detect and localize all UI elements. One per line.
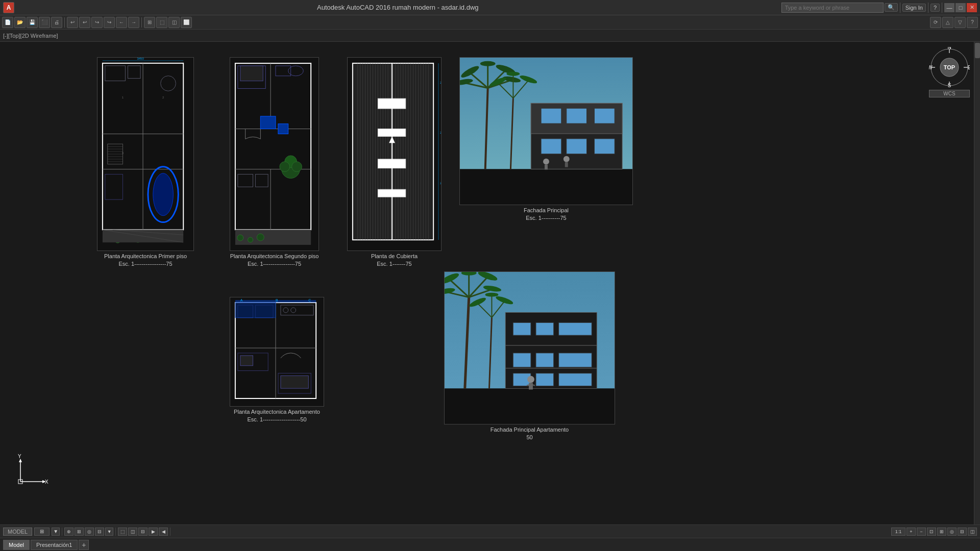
view-btn1[interactable]: ⬚ <box>118 528 127 536</box>
polar-btn[interactable]: ◎ <box>85 528 94 536</box>
svg-rect-107 <box>541 139 561 154</box>
tool-redo2[interactable]: ↪ <box>104 17 115 28</box>
close-btn[interactable]: ✕ <box>967 3 977 12</box>
osnap-btn[interactable]: ⊟ <box>95 528 104 536</box>
ortho-btn[interactable]: ⊞ <box>75 528 84 536</box>
drawing-planta4: A B C Planta Arquitectonica Apartamento … <box>230 297 324 424</box>
maximize-btn[interactable]: □ <box>955 3 966 12</box>
view-btn2[interactable]: ◫ <box>128 528 137 536</box>
tool-undo2[interactable]: ↩ <box>79 17 90 28</box>
view-btn5[interactable]: ◀ <box>159 528 168 536</box>
search-btn[interactable]: 🔍 <box>885 3 898 12</box>
add-tab-btn[interactable]: + <box>79 540 89 550</box>
drawing-planta1: 3450 1 2 3 Planta <box>97 57 194 268</box>
tool-print[interactable]: 🖨 <box>51 17 62 28</box>
caption-planta1: Planta Arquitectonica Primer piso Esc. 1… <box>97 253 194 268</box>
svg-rect-155 <box>536 373 554 386</box>
tool-help2[interactable]: ? <box>967 17 978 28</box>
caption-planta2: Planta Arquitectonica Segundo piso Esc. … <box>230 253 319 268</box>
tool-right3[interactable]: ▽ <box>954 17 966 28</box>
svg-planta2 <box>230 57 318 251</box>
zoom-btn1[interactable]: + <box>906 528 916 536</box>
tool-misc4[interactable]: ⬜ <box>181 17 192 28</box>
svg-point-118 <box>480 61 496 66</box>
tool-right2[interactable]: △ <box>942 17 953 28</box>
drawing-planta3: 245 245 245 Planta de Cubierta Esc. 1---… <box>347 57 442 268</box>
app-icon[interactable]: A <box>3 2 14 13</box>
svg-rect-162 <box>559 322 592 335</box>
tool-misc1[interactable]: ⊞ <box>144 17 155 28</box>
help-btn[interactable]: ? <box>930 4 940 12</box>
nav-btn1[interactable]: ⊞ <box>937 528 946 536</box>
svg-text:1: 1 <box>122 96 124 99</box>
tool-new[interactable]: 📄 <box>2 17 13 28</box>
svg-text:S: S <box>948 83 951 88</box>
view-tabs: [-][Top][2D Wireframe] <box>0 30 980 42</box>
zoom-label[interactable]: 1:1 <box>891 528 905 536</box>
drawing-img-planta4: A B C <box>230 297 324 407</box>
tool-save2[interactable]: ⬛ <box>39 17 50 28</box>
svg-point-183 <box>527 376 534 383</box>
nav-btn3[interactable]: ⊟ <box>958 528 967 536</box>
svg-text:245: 245 <box>440 131 441 134</box>
scrollbar-thumb[interactable] <box>975 43 980 58</box>
caption-planta4: Planta Arquitectonica Apartamento Esc. 1… <box>230 408 324 424</box>
svg-text:Y: Y <box>18 454 21 459</box>
svg-rect-51 <box>278 124 288 134</box>
drawing-planta2: Planta Arquitectonica Segundo piso Esc. … <box>230 57 319 268</box>
tool-back[interactable]: ← <box>116 17 127 28</box>
svg-text:X: X <box>45 479 48 485</box>
tool-misc3[interactable]: ◫ <box>168 17 180 28</box>
model-status[interactable]: MODEL <box>3 528 32 536</box>
svg-text:245: 245 <box>440 182 441 185</box>
svg-text:N: N <box>947 47 951 50</box>
tool-redo[interactable]: ↪ <box>91 17 103 28</box>
tool-save[interactable]: 💾 <box>27 17 38 28</box>
svg-point-57 <box>257 234 264 241</box>
zoom-btn2[interactable]: − <box>917 528 926 536</box>
svg-text:TOP: TOP <box>944 64 955 70</box>
search-input[interactable] <box>781 3 884 13</box>
sep <box>62 528 62 536</box>
canvas-area[interactable]: 3450 1 2 3 Planta <box>0 42 980 524</box>
grid-icon[interactable]: ⊞ <box>34 528 50 536</box>
svg-point-127 <box>506 72 520 76</box>
svg-rect-144 <box>240 356 253 366</box>
tool-right1[interactable]: ⟳ <box>930 17 941 28</box>
dropdown2[interactable]: ▼ <box>105 528 113 536</box>
viewport-label: [-][Top][2D Wireframe] <box>3 33 58 39</box>
svg-rect-139 <box>235 303 276 318</box>
svg-rect-41 <box>240 66 263 81</box>
view-btn4[interactable]: ▶ <box>149 528 158 536</box>
svg-text:E: E <box>968 65 970 70</box>
svg-fachada1 <box>460 57 632 205</box>
svg-text:2: 2 <box>162 96 164 99</box>
svg-rect-106 <box>594 108 615 123</box>
tool-misc2[interactable]: ⬚ <box>156 17 167 28</box>
drawing-img-fachada1 <box>459 57 633 205</box>
svg-rect-105 <box>567 108 587 123</box>
dropdown-arrow[interactable]: ▼ <box>52 528 60 536</box>
svg-rect-109 <box>594 139 615 154</box>
svg-planta4: A B C <box>230 297 324 407</box>
drawing-fachada1: Fachada Principal Esc. 1----------75 <box>459 57 633 222</box>
tool-undo[interactable]: ↩ <box>67 17 78 28</box>
view-btn3[interactable]: ⊟ <box>138 528 148 536</box>
sep2 <box>115 528 116 536</box>
tab-model[interactable]: Model <box>3 540 30 550</box>
svg-rect-104 <box>541 108 561 123</box>
sign-in-btn[interactable]: Sign In <box>902 4 926 12</box>
svg-rect-54 <box>235 230 311 245</box>
tab-presentacion[interactable]: Presentación1 <box>31 540 78 550</box>
nav-btn2[interactable]: ◎ <box>947 528 957 536</box>
right-scrollbar[interactable] <box>974 42 980 524</box>
drawing-img-fachada2 <box>444 271 615 424</box>
title-bar-left: A <box>0 2 14 13</box>
snap-btn[interactable]: ⊕ <box>64 528 74 536</box>
nav-btn4[interactable]: ◫ <box>968 528 977 536</box>
fit-btn[interactable]: ⊡ <box>927 528 936 536</box>
tool-fwd[interactable]: → <box>128 17 139 28</box>
minimize-btn[interactable]: — <box>944 3 954 12</box>
svg-fachada2 <box>445 271 615 424</box>
tool-open[interactable]: 📂 <box>14 17 26 28</box>
